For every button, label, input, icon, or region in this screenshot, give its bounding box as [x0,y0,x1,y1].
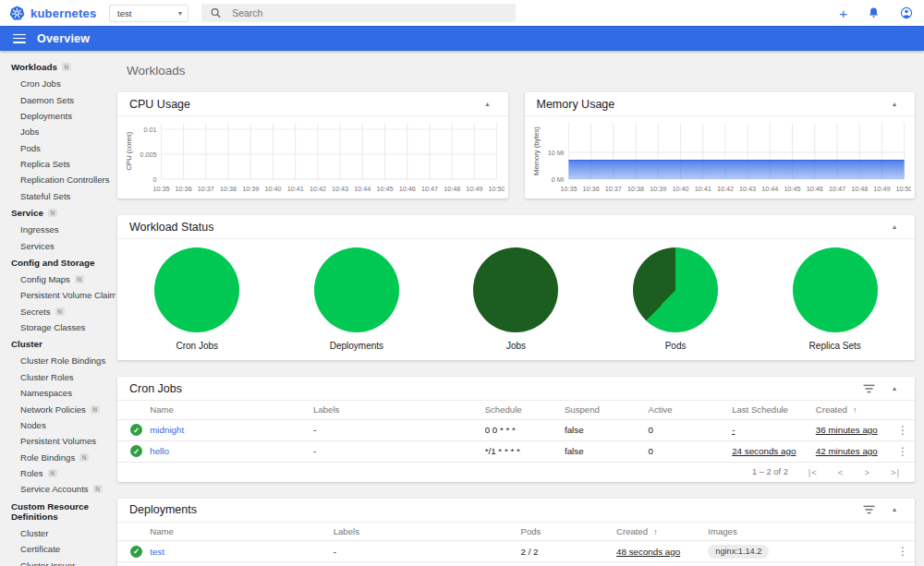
column-header-created[interactable]: Created↑ [612,523,703,541]
sidebar-item-stateful-sets[interactable]: Stateful Sets [0,188,116,204]
cell-text: false [565,446,584,456]
filter-button[interactable] [860,380,877,397]
account-icon[interactable] [900,6,913,19]
cell-text: */1 * * * * [485,446,520,456]
sidebar-item-config-maps[interactable]: Config MapsN [0,271,116,287]
kubernetes-logo[interactable]: kubernetes [0,6,109,21]
chevron-up-icon: ▴ [485,101,489,108]
namespaced-badge: N [55,307,65,316]
resource-link[interactable]: test [150,547,164,557]
search-input[interactable] [232,7,506,18]
column-header-pods[interactable]: Pods [516,523,612,541]
pie-label: Deployments [330,341,383,351]
sidebar-item-replica-sets[interactable]: Replica Sets [0,156,116,172]
sidebar-item-cluster[interactable]: Cluster [0,525,116,541]
sidebar-item-jobs[interactable]: Jobs [0,124,116,139]
resource-link[interactable]: hello [150,446,169,456]
relative-time-link[interactable]: 24 seconds ago [732,446,796,456]
sidebar-item-deployments[interactable]: Deployments [0,108,116,124]
sidebar-item-cluster-role-bindings[interactable]: Cluster Role Bindings [0,353,116,368]
memory-usage-chart: 10:3510:3610:3710:3810:3910:4010:4110:42… [529,118,912,198]
column-header-schedule[interactable]: Schedule [480,401,560,419]
menu-hamburger-icon[interactable] [13,34,26,43]
sidebar-item-cluster-issuer[interactable]: Cluster Issuer [0,557,116,566]
sidebar-item-pods[interactable]: Pods [0,140,116,156]
sidebar-item-persistent-volume-claims[interactable]: Persistent Volume ClaimsN [0,287,116,303]
sidebar-item-roles[interactable]: RolesN [0,465,116,481]
sidebar-section-workloads[interactable]: WorkloadsN [0,58,116,76]
sidebar-item-ingresses[interactable]: Ingresses [0,222,116,237]
collapse-card-button[interactable]: ▴ [886,96,903,113]
next-page-button[interactable]: > [864,467,870,477]
svg-text:10:45: 10:45 [377,185,394,193]
sidebar-item-role-bindings[interactable]: Role BindingsN [0,450,116,465]
relative-time-link[interactable]: 48 seconds ago [616,547,680,557]
deployments-card: Deployments ▴ NameLabelsPodsCreated↑Imag… [117,499,915,566]
svg-text:10:46: 10:46 [399,185,416,193]
sidebar-item-secrets[interactable]: SecretsN [0,304,116,319]
column-header-images[interactable]: Images [703,523,891,541]
cpu-usage-chart: 10:3510:3610:3710:3810:3910:4010:4110:42… [121,118,505,198]
collapse-card-button[interactable]: ▴ [886,501,903,518]
svg-text:10:47: 10:47 [421,185,438,193]
sidebar-item-storage-classes[interactable]: Storage Classes [0,319,116,335]
collapse-card-button[interactable]: ▴ [480,96,496,113]
sidebar-item-daemon-sets[interactable]: Daemon Sets [0,91,116,107]
search-icon [211,7,221,18]
svg-text:10:41: 10:41 [694,185,711,193]
column-header-active[interactable]: Active [644,401,728,419]
chevron-up-icon: ▴ [893,385,896,392]
svg-text:10:35: 10:35 [152,185,169,193]
column-header-name[interactable]: Name [145,523,328,541]
column-header-suspend[interactable]: Suspend [560,401,644,419]
row-actions-menu-button[interactable]: ⋮ [895,445,910,458]
toolbar-title: Overview [37,32,90,45]
sidebar-item-services[interactable]: Services [0,237,116,253]
sidebar: WorkloadsNCron JobsDaemon SetsDeployment… [0,51,116,566]
sidebar-section-service[interactable]: ServiceN [0,204,116,222]
create-resource-button[interactable]: + [839,6,847,20]
sidebar-item-replication-controllers[interactable]: Replication Controllers [0,172,116,187]
row-actions-menu-button[interactable]: ⋮ [895,424,910,437]
filter-button[interactable] [860,501,877,518]
column-header-created[interactable]: Created↑ [811,401,891,419]
last-page-button[interactable]: >| [891,467,900,477]
pagination-range: 1 – 2 of 2 [752,467,788,476]
relative-time-link[interactable]: 42 minutes ago [816,446,878,456]
deployments-table: NameLabelsPodsCreated↑Images✓test-2 / 24… [117,523,915,566]
pie-label: Jobs [506,341,526,351]
sidebar-section-custom-resource-definitions: Custom Resource Definitions [0,498,116,525]
first-page-button[interactable]: |< [808,467,818,477]
column-header-blank [891,523,915,541]
relative-time-link[interactable]: - [732,425,735,435]
sidebar-item-cluster-roles[interactable]: Cluster Roles [0,369,116,385]
sidebar-item-namespaces[interactable]: Namespaces [0,385,116,401]
sidebar-item-nodes[interactable]: Nodes [0,417,116,433]
sidebar-item-certificate[interactable]: Certificate [0,541,116,557]
sidebar-item-cron-jobs[interactable]: Cron Jobs [0,76,116,91]
svg-text:0 Mi: 0 Mi [551,175,564,184]
sidebar-item-network-policies[interactable]: Network PoliciesN [0,401,116,416]
notifications-bell-icon[interactable] [868,6,880,19]
collapse-card-button[interactable]: ▴ [886,219,903,235]
resource-link[interactable]: midnight [150,425,184,435]
page-toolbar: Overview [0,26,924,51]
workload-status-card: Workload Status ▴ Cron JobsDeploymentsJo… [117,215,915,360]
workload-status-replica-sets: Replica Sets [755,247,915,351]
row-actions-menu-button[interactable]: ⋮ [895,545,910,558]
prev-page-button[interactable]: < [838,467,845,477]
sidebar-item-service-accounts[interactable]: Service AccountsN [0,481,116,497]
namespace-selector[interactable]: test ▾ [109,5,188,22]
memory-usage-card: Memory Usage ▴ 10:3510:3610:3710:3810:39… [525,92,916,199]
column-header-labels[interactable]: Labels [329,523,517,541]
column-header-name[interactable]: Name [145,401,309,419]
pie-chart-cron-jobs [154,247,239,332]
collapse-card-button[interactable]: ▴ [886,380,903,397]
search-bar[interactable] [201,4,516,22]
sidebar-item-persistent-volumes[interactable]: Persistent Volumes [0,433,116,449]
column-header-last-schedule[interactable]: Last Schedule [727,401,811,419]
cell-text: 0 [649,425,653,435]
table-row: ✓midnight-0 0 * * *false0-36 minutes ago… [117,419,915,440]
relative-time-link[interactable]: 36 minutes ago [816,425,878,435]
column-header-labels[interactable]: Labels [309,401,480,419]
